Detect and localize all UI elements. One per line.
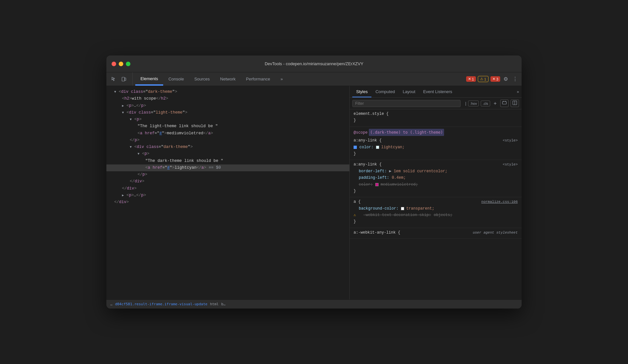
- html-line: ▼ <div class="dark-theme">: [106, 144, 349, 151]
- statusbar: … d04cf581.result-iframe.iframe-visual-u…: [106, 299, 522, 309]
- svg-rect-0: [122, 77, 125, 81]
- css-close: }: [354, 188, 518, 194]
- close-button[interactable]: [112, 62, 116, 66]
- checkbox-icon[interactable]: [354, 146, 357, 149]
- tab-sources[interactable]: Sources: [189, 72, 215, 86]
- settings-icon[interactable]: ⚙: [502, 75, 509, 83]
- expand-arrow[interactable]: ▶: [122, 193, 126, 198]
- error-x-icon2: ✕: [492, 77, 495, 81]
- css-property-bgcolor: background-color: transparent;: [354, 205, 518, 212]
- statusbar-type: html: [210, 302, 219, 306]
- more-options-icon[interactable]: ⋮: [511, 75, 519, 83]
- collapse-arrow[interactable]: ▼: [138, 151, 141, 157]
- cls-button[interactable]: .cls: [481, 101, 490, 106]
- css-property-webkit-strike: ⚠ -webkit-text-decoration-skip: objects;: [354, 212, 518, 218]
- window-title: DevTools - codepen.io/miriamsuzanne/pen/…: [265, 61, 363, 66]
- toolbar-icons: [109, 72, 133, 86]
- statusbar-path[interactable]: d04cf581.result-iframe.iframe-visual-upd…: [115, 302, 208, 306]
- html-line: <a href="#">mediumvioletred</a>: [106, 130, 349, 137]
- css-selector-line: a:any-link { <style>: [354, 137, 518, 144]
- scope-row: @scope (.dark-theme) to (.light-theme): [354, 128, 518, 137]
- html-line: </div>: [106, 185, 349, 192]
- add-style-button[interactable]: +: [492, 100, 498, 107]
- css-property-padding: padding-left: 0.4em;: [354, 175, 518, 181]
- tab-elements[interactable]: Elements: [135, 72, 163, 86]
- tab-layout[interactable]: Layout: [399, 86, 419, 97]
- error-badge[interactable]: ✕ 1: [466, 76, 476, 82]
- html-line: ▼ <p>: [106, 116, 349, 123]
- color-swatch-transparent[interactable]: [401, 207, 404, 210]
- css-property-color: color: lightcyan;: [354, 144, 518, 151]
- html-panel[interactable]: ▼ <div class="dark-theme"> <h2>with scop…: [106, 86, 350, 299]
- html-line: ▼ <div class="dark-theme">: [106, 89, 349, 95]
- html-line: </div>: [106, 178, 349, 185]
- css-selector-line: element.style {: [354, 111, 518, 117]
- tab-more[interactable]: »: [275, 72, 288, 86]
- tab-console[interactable]: Console: [163, 72, 189, 86]
- css-selector-line: a:-webkit-any-link { user agent styleshe…: [354, 229, 518, 236]
- styles-panel: Styles Computed Layout Event Listeners »: [350, 86, 522, 299]
- scope-highlight: (.dark-theme) to (.light-theme): [369, 129, 444, 136]
- element-state-button[interactable]: [500, 100, 509, 107]
- tab-styles[interactable]: Styles: [352, 86, 371, 97]
- svg-rect-2: [502, 102, 506, 104]
- triangle-icon: ▶: [389, 168, 391, 175]
- css-line: }: [354, 117, 518, 124]
- html-line: <h2>with scope</h2>: [106, 95, 349, 102]
- html-line: </div>: [106, 199, 349, 206]
- expand-arrow[interactable]: ▶: [122, 103, 126, 109]
- maximize-button[interactable]: [126, 62, 130, 66]
- css-property-color-strike: color: mediumvioletred;: [354, 181, 518, 188]
- styles-tabs-more[interactable]: »: [517, 86, 519, 97]
- device-icon[interactable]: [119, 75, 128, 84]
- error-x-icon: ✕: [468, 77, 471, 81]
- warning-icon: ⚠: [354, 212, 356, 218]
- css-section-a: a { normalize.css:106 background-color: …: [350, 197, 522, 228]
- hov-button[interactable]: :hov: [468, 101, 479, 106]
- warning-badge[interactable]: ⚠ 1: [478, 76, 489, 82]
- css-section-webkit-any-link: a:-webkit-any-link { user agent styleshe…: [350, 228, 522, 239]
- tab-event-listeners[interactable]: Event Listeners: [419, 86, 456, 97]
- collapse-arrow[interactable]: ▼: [130, 117, 134, 122]
- html-line: "The light-theme link should be ": [106, 123, 349, 130]
- inspect-icon[interactable]: [109, 75, 118, 84]
- styles-tabs: Styles Computed Layout Event Listeners »: [350, 86, 522, 98]
- toolbar-right: ✕ 1 ⚠ 1 ✕ 3 ⚙ ⋮: [466, 72, 519, 86]
- css-selector-line: a:any-link { <style>: [354, 161, 518, 168]
- svg-rect-1: [125, 78, 126, 80]
- tab-computed[interactable]: Computed: [371, 86, 399, 97]
- css-close: }: [354, 218, 518, 225]
- collapse-arrow[interactable]: ▼: [130, 144, 134, 150]
- color-swatch-lightcyan[interactable]: [376, 146, 379, 149]
- devtools-window: DevTools - codepen.io/miriamsuzanne/pen/…: [106, 55, 522, 309]
- color-swatch-mediumvioletred[interactable]: [375, 183, 379, 186]
- error-badge2[interactable]: ✕ 3: [490, 76, 500, 82]
- normalize-source[interactable]: normalize.css:106: [481, 199, 518, 205]
- traffic-lights: [112, 62, 130, 66]
- css-section-element-style: element.style { }: [350, 109, 522, 127]
- tab-performance[interactable]: Performance: [241, 72, 275, 86]
- html-line-selected[interactable]: <a href="#">lightcyan</a> == $0: [106, 164, 349, 171]
- collapse-arrow[interactable]: ▼: [122, 110, 126, 115]
- filter-sep: |: [465, 101, 466, 106]
- statusbar-more: b…: [221, 302, 225, 306]
- collapse-arrow[interactable]: ▼: [114, 89, 118, 95]
- html-line: "The dark-theme link should be ": [106, 158, 349, 164]
- html-line: ▼ <div class="light-theme">: [106, 109, 349, 116]
- css-property-border: border-left: ▶ 1em solid currentcolor;: [354, 168, 518, 175]
- main-content: ▼ <div class="dark-theme"> <h2>with scop…: [106, 86, 522, 299]
- warning-triangle-icon: ⚠: [480, 77, 483, 81]
- styles-filter-input[interactable]: [352, 100, 461, 107]
- css-section-scope: @scope (.dark-theme) to (.light-theme) a…: [350, 127, 522, 160]
- css-section-any-link: a:any-link { <style> border-left: ▶ 1em …: [350, 160, 522, 197]
- layout-view-button[interactable]: [511, 100, 519, 107]
- html-line: ▼ <p>: [106, 151, 349, 157]
- toolbar: Elements Console Sources Network Perform…: [106, 72, 522, 86]
- styles-content[interactable]: element.style { } @scope (.dark-theme) t…: [350, 109, 522, 299]
- main-tabs: Elements Console Sources Network Perform…: [135, 72, 466, 86]
- minimize-button[interactable]: [119, 62, 123, 66]
- styles-filter-bar: | :hov .cls +: [350, 98, 522, 109]
- html-line: ▶ <p>…</p>: [106, 103, 349, 109]
- tab-network[interactable]: Network: [215, 72, 241, 86]
- css-close: }: [354, 151, 518, 157]
